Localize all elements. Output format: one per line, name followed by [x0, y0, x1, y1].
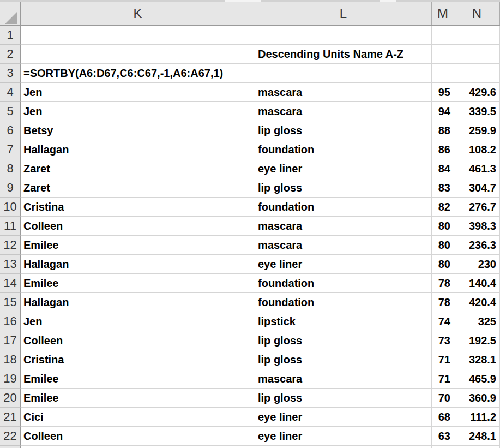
- cell-N10[interactable]: 276.7: [454, 198, 500, 217]
- row-header-7[interactable]: 7: [0, 140, 21, 159]
- cell-N18[interactable]: 328.1: [454, 350, 500, 369]
- cell-N13[interactable]: 230: [454, 255, 500, 274]
- cell-K10[interactable]: Cristina: [21, 198, 255, 217]
- cell-M8[interactable]: 84: [432, 159, 454, 178]
- cell-L17[interactable]: lip gloss: [255, 331, 432, 350]
- cell-N11[interactable]: 398.3: [454, 217, 500, 236]
- cell-N4[interactable]: 429.6: [454, 83, 500, 102]
- row-header-partial[interactable]: [0, 446, 21, 448]
- cell-M7[interactable]: 86: [432, 140, 454, 159]
- cell-L12[interactable]: mascara: [255, 236, 432, 255]
- cell-L5[interactable]: mascara: [255, 102, 432, 121]
- cell-M6[interactable]: 88: [432, 121, 454, 140]
- cell-M12[interactable]: 80: [432, 236, 454, 255]
- cell-K2[interactable]: [21, 45, 255, 64]
- cell-M18[interactable]: 71: [432, 350, 454, 369]
- cell-K14[interactable]: Emilee: [21, 274, 255, 293]
- cell-N3[interactable]: [454, 64, 500, 83]
- cell-L18[interactable]: lip gloss: [255, 350, 432, 369]
- cell-N1[interactable]: [454, 26, 500, 45]
- cell-L15[interactable]: foundation: [255, 293, 432, 312]
- cell-M19[interactable]: 71: [432, 369, 454, 389]
- cell-L2[interactable]: Descending Units Name A-Z: [255, 45, 432, 64]
- cell-N21[interactable]: 111.2: [454, 408, 500, 427]
- cell-K7[interactable]: Hallagan: [21, 140, 255, 159]
- cell-K5[interactable]: Jen: [21, 102, 255, 121]
- row-header-19[interactable]: 19: [0, 369, 21, 389]
- cell-K13[interactable]: Hallagan: [21, 255, 255, 274]
- cell-K4[interactable]: Jen: [21, 83, 255, 102]
- cell-N6[interactable]: 259.9: [454, 121, 500, 140]
- cell-partial-M[interactable]: [432, 446, 454, 448]
- cell-K3[interactable]: =SORTBY(A6:D67,C6:C67,-1,A6:A67,1): [21, 64, 255, 83]
- cell-M22[interactable]: 63: [432, 427, 454, 446]
- row-header-21[interactable]: 21: [0, 408, 21, 427]
- row-header-16[interactable]: 16: [0, 312, 21, 331]
- row-header-15[interactable]: 15: [0, 293, 21, 312]
- row-header-9[interactable]: 9: [0, 178, 21, 198]
- cell-L4[interactable]: mascara: [255, 83, 432, 102]
- cell-N8[interactable]: 461.3: [454, 159, 500, 178]
- cell-N2[interactable]: [454, 45, 500, 64]
- cell-N5[interactable]: 339.5: [454, 102, 500, 121]
- cell-L9[interactable]: lip gloss: [255, 178, 432, 198]
- row-header-11[interactable]: 11: [0, 217, 21, 236]
- cell-N14[interactable]: 140.4: [454, 274, 500, 293]
- cell-M21[interactable]: 68: [432, 408, 454, 427]
- column-header-N[interactable]: N: [454, 2, 500, 25]
- row-header-5[interactable]: 5: [0, 102, 21, 121]
- row-header-22[interactable]: 22: [0, 427, 21, 446]
- cell-N12[interactable]: 236.3: [454, 236, 500, 255]
- cell-K18[interactable]: Cristina: [21, 350, 255, 369]
- cell-N16[interactable]: 325: [454, 312, 500, 331]
- cell-L7[interactable]: foundation: [255, 140, 432, 159]
- cell-K15[interactable]: Hallagan: [21, 293, 255, 312]
- cell-L1[interactable]: [255, 26, 432, 45]
- row-header-10[interactable]: 10: [0, 198, 21, 217]
- cell-L13[interactable]: eye liner: [255, 255, 432, 274]
- cell-N15[interactable]: 420.4: [454, 293, 500, 312]
- cell-M3[interactable]: [432, 64, 454, 83]
- cell-K12[interactable]: Emilee: [21, 236, 255, 255]
- cell-L19[interactable]: mascara: [255, 369, 432, 389]
- cell-L14[interactable]: foundation: [255, 274, 432, 293]
- cell-L6[interactable]: lip gloss: [255, 121, 432, 140]
- cell-partial-L[interactable]: [255, 446, 432, 448]
- cell-N20[interactable]: 360.9: [454, 389, 500, 408]
- select-all-button[interactable]: [0, 2, 21, 25]
- cell-M13[interactable]: 80: [432, 255, 454, 274]
- cell-K8[interactable]: Zaret: [21, 159, 255, 178]
- cell-K9[interactable]: Zaret: [21, 178, 255, 198]
- cell-partial-N[interactable]: [454, 446, 500, 448]
- cell-M2[interactable]: [432, 45, 454, 64]
- cell-M16[interactable]: 74: [432, 312, 454, 331]
- cell-M11[interactable]: 80: [432, 217, 454, 236]
- cell-M1[interactable]: [432, 26, 454, 45]
- cell-L3[interactable]: [255, 64, 432, 83]
- column-header-L[interactable]: L: [255, 2, 432, 25]
- cell-K21[interactable]: Cici: [21, 408, 255, 427]
- cell-N22[interactable]: 248.1: [454, 427, 500, 446]
- cell-M17[interactable]: 73: [432, 331, 454, 350]
- row-header-14[interactable]: 14: [0, 274, 21, 293]
- row-header-4[interactable]: 4: [0, 83, 21, 102]
- cell-K1[interactable]: [21, 26, 255, 45]
- cell-M15[interactable]: 78: [432, 293, 454, 312]
- row-header-6[interactable]: 6: [0, 121, 21, 140]
- cell-M20[interactable]: 70: [432, 389, 454, 408]
- cell-M5[interactable]: 94: [432, 102, 454, 121]
- cell-L20[interactable]: lip gloss: [255, 389, 432, 408]
- row-header-1[interactable]: 1: [0, 26, 21, 45]
- cell-M10[interactable]: 82: [432, 198, 454, 217]
- row-header-18[interactable]: 18: [0, 350, 21, 369]
- cell-L22[interactable]: eye liner: [255, 427, 432, 446]
- cell-N17[interactable]: 192.5: [454, 331, 500, 350]
- row-header-3[interactable]: 3: [0, 64, 21, 83]
- cell-L10[interactable]: foundation: [255, 198, 432, 217]
- cell-K6[interactable]: Betsy: [21, 121, 255, 140]
- row-header-13[interactable]: 13: [0, 255, 21, 274]
- cell-N7[interactable]: 108.2: [454, 140, 500, 159]
- row-header-8[interactable]: 8: [0, 159, 21, 178]
- cell-K19[interactable]: Emilee: [21, 369, 255, 389]
- cell-L16[interactable]: lipstick: [255, 312, 432, 331]
